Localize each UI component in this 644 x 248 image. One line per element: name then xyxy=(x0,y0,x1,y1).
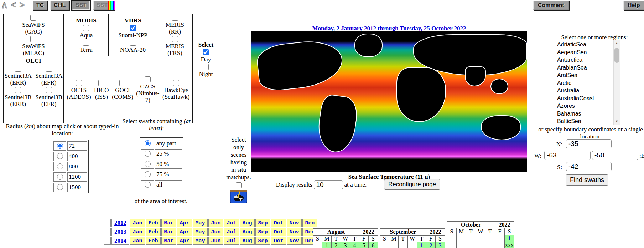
region-option-australiacoast[interactable]: AustraliaCoast xyxy=(555,95,614,102)
region-option-aegeansea[interactable]: AegeanSea xyxy=(555,49,614,56)
month-link-2013-jul[interactable]: Jul xyxy=(227,229,236,235)
month-link-2014-feb[interactable]: Feb xyxy=(148,238,158,244)
day-link-october-1[interactable]: 1 xyxy=(508,235,511,241)
month-link-2014-jul[interactable]: Jul xyxy=(227,238,236,244)
find-swaths-button[interactable]: Find swaths xyxy=(566,174,608,186)
region-option-arabiansea[interactable]: ArabianSea xyxy=(555,64,614,72)
month-link-2013-oct[interactable]: Oct xyxy=(274,229,283,235)
radius-radio-800[interactable] xyxy=(57,163,63,169)
day-link-september-3[interactable]: 3 xyxy=(439,242,442,248)
matchup-checkbox[interactable] xyxy=(236,182,242,188)
toolbar-button-tc[interactable]: TC xyxy=(33,1,47,10)
month-link-2014-aug[interactable]: Aug xyxy=(242,238,252,244)
month-link-2013-feb[interactable]: Feb xyxy=(148,229,158,235)
month-link-2013-may[interactable]: May xyxy=(195,229,205,235)
checkbox-seawifs-gac[interactable] xyxy=(30,15,36,21)
checkbox-night[interactable] xyxy=(203,64,209,70)
south-input[interactable] xyxy=(566,162,612,171)
listbox-scrollbar[interactable]: ▲ ▼ xyxy=(613,40,620,125)
radius-radio-1200[interactable] xyxy=(57,174,63,180)
month-link-2014-apr[interactable]: Apr xyxy=(180,238,189,244)
north-input[interactable] xyxy=(566,139,612,148)
radius-radio-400[interactable] xyxy=(57,153,63,159)
month-link-2014-nov[interactable]: Nov xyxy=(289,238,299,244)
region-option-azores[interactable]: Azores xyxy=(555,102,614,110)
checkbox-czcs-nimbus[interactable] xyxy=(145,76,151,82)
month-link-2013-jan[interactable]: Jan xyxy=(133,229,142,235)
region-option-antarctica[interactable]: Antarctica xyxy=(555,56,614,64)
month-link-2014-mar[interactable]: Mar xyxy=(164,238,173,244)
region-option-arctic[interactable]: Arctic xyxy=(555,79,614,87)
day-link-september-1[interactable]: 1 xyxy=(420,242,423,248)
regions-listbox[interactable]: AdriaticSeaAegeanSeaAntarcticaArabianSea… xyxy=(555,40,620,125)
year-link-2012[interactable]: 2012 xyxy=(114,219,126,226)
west-input[interactable] xyxy=(544,151,591,160)
month-link-2014-sep[interactable]: Sep xyxy=(258,238,268,244)
month-link-2014-oct[interactable]: Oct xyxy=(274,238,283,244)
region-option-balticsea[interactable]: BalticSea xyxy=(555,117,614,125)
checkbox-hico-iss[interactable] xyxy=(98,80,104,86)
region-option-aralsea[interactable]: AralSea xyxy=(555,71,614,79)
checkbox-seawifs-mlac[interactable] xyxy=(30,36,36,42)
month-link-2014-jan[interactable]: Jan xyxy=(133,238,142,244)
toolbar-button-sst[interactable]: SST xyxy=(72,1,90,10)
toolbar-button-chl[interactable]: CHL xyxy=(50,1,69,10)
checkbox-sentinel3a-err[interactable] xyxy=(15,66,21,72)
swath-radio-75[interactable] xyxy=(145,171,151,177)
checkbox-meris-frs[interactable] xyxy=(172,36,178,42)
year-link-2013[interactable]: 2013 xyxy=(114,228,126,235)
display-results-input[interactable] xyxy=(314,180,343,189)
month-link-2013-apr[interactable]: Apr xyxy=(180,229,189,235)
scroll-down-icon[interactable]: ▼ xyxy=(614,118,620,125)
month-link-2012-aug[interactable]: Aug xyxy=(242,220,252,226)
region-option-bahamas[interactable]: Bahamas xyxy=(555,110,614,118)
reconfigure-page-button[interactable]: Reconfigure page xyxy=(384,179,440,190)
month-link-2012-sep[interactable]: Sep xyxy=(258,220,268,226)
month-link-2012-nov[interactable]: Nov xyxy=(289,220,299,226)
month-link-2014-may[interactable]: May xyxy=(195,238,205,244)
checkbox-suomi-npp[interactable] xyxy=(130,25,136,31)
checkbox-terra[interactable] xyxy=(83,40,89,46)
sst-world-map[interactable] xyxy=(251,31,527,172)
checkbox-octs-adeos[interactable] xyxy=(76,80,82,86)
swath-radio-50[interactable] xyxy=(145,161,151,167)
month-link-2012-jan[interactable]: Jan xyxy=(133,220,142,226)
month-link-2012-jul[interactable]: Jul xyxy=(227,220,236,226)
checkbox-day[interactable] xyxy=(203,49,209,55)
year-link-2014[interactable]: 2014 xyxy=(114,237,126,244)
month-link-2012-feb[interactable]: Feb xyxy=(148,220,158,226)
color-palette-icon[interactable] xyxy=(108,1,115,10)
date-range-link[interactable]: Monday, 2 January 2012 through Tuesday, … xyxy=(251,25,527,32)
month-link-2013-nov[interactable]: Nov xyxy=(289,229,299,235)
checkbox-goci-coms[interactable] xyxy=(119,80,125,86)
checkbox-hawkeye-seahawk[interactable] xyxy=(173,80,179,86)
swath-radio-25[interactable] xyxy=(145,151,151,157)
scrollbar-thumb[interactable] xyxy=(614,48,619,63)
help-button[interactable]: Help xyxy=(623,1,644,10)
scroll-up-icon[interactable]: ▲ xyxy=(614,40,620,46)
swath-radio-all[interactable] xyxy=(145,182,151,188)
month-link-2013-jun[interactable]: Jun xyxy=(211,229,220,235)
checkbox-sentinel3b-efr[interactable] xyxy=(46,87,52,93)
swath-radio-any-part[interactable] xyxy=(145,140,151,146)
month-link-2012-apr[interactable]: Apr xyxy=(180,220,189,226)
checkbox-aqua[interactable] xyxy=(83,25,89,31)
month-link-2012-mar[interactable]: Mar xyxy=(164,220,173,226)
radius-radio-72[interactable] xyxy=(57,143,63,149)
checkbox-sentinel3b-err[interactable] xyxy=(15,87,21,93)
region-option-australia[interactable]: Australia xyxy=(555,87,614,95)
month-link-2012-dec[interactable]: Dec xyxy=(305,220,315,226)
month-link-2014-jun[interactable]: Jun xyxy=(211,238,220,244)
month-link-2012-jun[interactable]: Jun xyxy=(211,220,220,226)
east-input[interactable] xyxy=(592,151,638,160)
radius-radio-1500[interactable] xyxy=(57,184,63,190)
checkbox-noaa-20[interactable] xyxy=(130,40,136,46)
region-option-adriaticsea[interactable]: AdriaticSea xyxy=(555,41,614,49)
month-link-2013-sep[interactable]: Sep xyxy=(258,229,268,235)
day-link-september-2[interactable]: 2 xyxy=(430,242,432,248)
month-link-2013-aug[interactable]: Aug xyxy=(242,229,252,235)
month-link-2013-mar[interactable]: Mar xyxy=(164,229,173,235)
month-link-2012-oct[interactable]: Oct xyxy=(274,220,283,226)
checkbox-meris-rr[interactable] xyxy=(172,15,178,21)
checkbox-sentinel3a-efr[interactable] xyxy=(46,66,52,72)
